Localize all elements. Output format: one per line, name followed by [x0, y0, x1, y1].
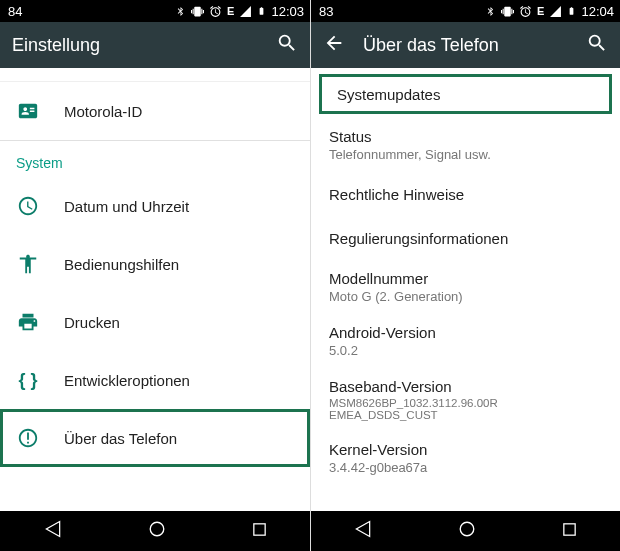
home-button[interactable] — [128, 514, 186, 548]
page-title: Über das Telefon — [363, 35, 568, 56]
braces-icon: { } — [16, 370, 40, 391]
item-label: Systemupdates — [337, 86, 440, 103]
list-item-printing[interactable]: Drucken — [0, 293, 310, 351]
item-label: Regulierungsinformationen — [329, 230, 508, 247]
back-button[interactable] — [333, 513, 393, 549]
list-item-legal[interactable]: Rechtliche Hinweise — [311, 172, 620, 216]
signal-icon — [549, 5, 562, 18]
list-item-system-updates[interactable]: Systemupdates — [319, 74, 612, 114]
home-button[interactable] — [438, 514, 496, 548]
back-button[interactable] — [23, 513, 83, 549]
vibrate-icon — [191, 5, 204, 18]
item-label: Drucken — [64, 314, 120, 331]
item-sublabel: Telefonnummer, Signal usw. — [329, 147, 491, 162]
clock: 12:03 — [271, 4, 304, 19]
clock: 12:04 — [581, 4, 614, 19]
item-label: Status — [329, 128, 491, 145]
network-type: E — [227, 5, 234, 17]
recents-button[interactable] — [541, 515, 598, 548]
list-item-dev-options[interactable]: { } Entwickleroptionen — [0, 351, 310, 409]
item-label: Modellnummer — [329, 270, 463, 287]
id-card-icon — [16, 100, 40, 122]
list-item-android-version[interactable]: Android-Version 5.0.2 — [311, 314, 620, 368]
item-label: Motorola-ID — [64, 103, 142, 120]
info-icon — [16, 427, 40, 449]
list-item-regulatory[interactable]: Regulierungsinformationen — [311, 216, 620, 260]
page-title: Einstellung — [12, 35, 258, 56]
status-bar: 83 E 12:04 — [311, 0, 620, 22]
app-bar: Über das Telefon — [311, 22, 620, 68]
search-icon[interactable] — [276, 32, 298, 58]
item-value: Moto G (2. Generation) — [329, 289, 463, 304]
battery-icon — [567, 4, 576, 18]
svg-point-0 — [150, 522, 164, 536]
item-label: Kernel-Version — [329, 441, 427, 458]
clock-icon — [16, 195, 40, 217]
list-item-baseband[interactable]: Baseband-Version MSM8626BP_1032.3112.96.… — [311, 368, 620, 431]
recents-button[interactable] — [231, 515, 288, 548]
item-label: Baseband-Version — [329, 378, 602, 395]
status-bar: 84 E 12:03 — [0, 0, 310, 22]
list-item-accessibility[interactable]: Bedienungshilfen — [0, 235, 310, 293]
svg-rect-3 — [563, 523, 574, 534]
settings-screen: 84 E 12:03 Einstellung Motorola-ID Syste… — [0, 0, 310, 551]
alarm-icon — [209, 5, 222, 18]
about-phone-screen: 83 E 12:04 Über das Telefon Systemupdate… — [310, 0, 620, 551]
svg-point-2 — [460, 522, 474, 536]
print-icon — [16, 311, 40, 333]
back-arrow-icon[interactable] — [323, 32, 345, 58]
item-label: Bedienungshilfen — [64, 256, 179, 273]
app-bar: Einstellung — [0, 22, 310, 68]
list-item-date-time[interactable]: Datum und Uhrzeit — [0, 177, 310, 235]
vibrate-icon — [501, 5, 514, 18]
svg-rect-1 — [253, 523, 264, 534]
nav-bar — [311, 511, 620, 551]
list-item-motorola-id[interactable]: Motorola-ID — [0, 82, 310, 140]
list-item-kernel[interactable]: Kernel-Version 3.4.42-g0bea67a — [311, 431, 620, 477]
bluetooth-icon — [175, 5, 186, 18]
network-type: E — [537, 5, 544, 17]
battery-percent: 83 — [317, 4, 333, 19]
item-value: 3.4.42-g0bea67a — [329, 460, 427, 475]
nav-bar — [0, 511, 310, 551]
list-item-about-phone[interactable]: Über das Telefon — [0, 409, 310, 467]
list-item-model[interactable]: Modellnummer Moto G (2. Generation) — [311, 260, 620, 314]
battery-percent: 84 — [6, 4, 22, 19]
item-label: Datum und Uhrzeit — [64, 198, 189, 215]
section-header-system: System — [0, 141, 310, 177]
alarm-icon — [519, 5, 532, 18]
item-label: Android-Version — [329, 324, 436, 341]
settings-list[interactable]: Motorola-ID System Datum und Uhrzeit Bed… — [0, 68, 310, 511]
about-list[interactable]: Systemupdates Status Telefonnummer, Sign… — [311, 68, 620, 511]
accessibility-icon — [16, 253, 40, 275]
search-icon[interactable] — [586, 32, 608, 58]
item-value: MSM8626BP_1032.3112.96.00R EMEA_DSDS_CUS… — [329, 397, 602, 421]
item-label: Über das Telefon — [64, 430, 177, 447]
battery-icon — [257, 4, 266, 18]
bluetooth-icon — [485, 5, 496, 18]
item-label: Entwickleroptionen — [64, 372, 190, 389]
list-item-status[interactable]: Status Telefonnummer, Signal usw. — [311, 118, 620, 172]
signal-icon — [239, 5, 252, 18]
item-value: 5.0.2 — [329, 343, 436, 358]
item-label: Rechtliche Hinweise — [329, 186, 464, 203]
